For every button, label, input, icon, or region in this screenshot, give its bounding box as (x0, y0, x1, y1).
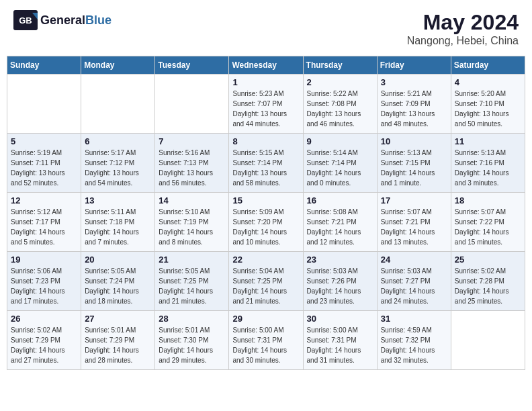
day-number: 25 (455, 255, 521, 265)
calendar-day-6: 6Sunrise: 5:17 AMSunset: 7:12 PMDaylight… (81, 134, 155, 193)
calendar-day-12: 12Sunrise: 5:12 AMSunset: 7:17 PMDayligh… (7, 193, 81, 252)
day-number: 3 (381, 77, 447, 87)
day-number: 26 (11, 314, 77, 324)
weekday-header-sunday: Sunday (7, 56, 81, 75)
day-number: 14 (159, 195, 225, 205)
weekday-header-saturday: Saturday (451, 56, 525, 75)
calendar-day-27: 27Sunrise: 5:01 AMSunset: 7:29 PMDayligh… (81, 311, 155, 370)
page-header: GB GeneralBlue May 2024 Nangong, Hebei, … (7, 7, 525, 50)
day-info: Sunrise: 5:20 AMSunset: 7:10 PMDaylight:… (455, 89, 521, 129)
calendar-day-23: 23Sunrise: 5:03 AMSunset: 7:26 PMDayligh… (303, 252, 377, 311)
day-number: 21 (159, 255, 225, 265)
calendar-week-row-2: 5Sunrise: 5:19 AMSunset: 7:11 PMDaylight… (7, 134, 525, 193)
day-number: 8 (232, 136, 299, 146)
day-number: 7 (159, 136, 225, 146)
day-info: Sunrise: 5:09 AMSunset: 7:20 PMDaylight:… (232, 207, 299, 247)
location-subtitle: Nangong, Hebei, China (407, 35, 519, 47)
day-number: 27 (85, 314, 151, 324)
weekday-header-monday: Monday (81, 56, 155, 75)
day-info: Sunrise: 5:23 AMSunset: 7:07 PMDaylight:… (232, 89, 299, 129)
day-number: 20 (85, 255, 151, 265)
calendar-day-11: 11Sunrise: 5:13 AMSunset: 7:16 PMDayligh… (451, 134, 525, 193)
day-info: Sunrise: 5:02 AMSunset: 7:28 PMDaylight:… (455, 266, 521, 306)
day-info: Sunrise: 5:12 AMSunset: 7:17 PMDaylight:… (11, 207, 77, 247)
day-info: Sunrise: 5:11 AMSunset: 7:18 PMDaylight:… (85, 207, 151, 247)
day-number: 10 (381, 136, 447, 146)
calendar-week-row-4: 19Sunrise: 5:06 AMSunset: 7:23 PMDayligh… (7, 252, 525, 311)
day-number: 29 (232, 314, 299, 324)
day-number: 13 (85, 195, 151, 205)
day-number: 28 (159, 314, 225, 324)
day-info: Sunrise: 5:13 AMSunset: 7:16 PMDaylight:… (455, 148, 521, 188)
calendar-day-14: 14Sunrise: 5:10 AMSunset: 7:19 PMDayligh… (155, 193, 229, 252)
calendar-day-1: 1Sunrise: 5:23 AMSunset: 7:07 PMDaylight… (229, 75, 303, 134)
day-number: 6 (85, 136, 151, 146)
logo-icon: GB (13, 10, 38, 30)
day-number: 19 (11, 255, 77, 265)
calendar-day-28: 28Sunrise: 5:01 AMSunset: 7:30 PMDayligh… (155, 311, 229, 370)
weekday-header-friday: Friday (377, 56, 451, 75)
day-number: 18 (455, 195, 521, 205)
title-block: May 2024 Nangong, Hebei, China (407, 10, 519, 47)
day-info: Sunrise: 5:22 AMSunset: 7:08 PMDaylight:… (307, 89, 373, 129)
day-info: Sunrise: 5:02 AMSunset: 7:29 PMDaylight:… (11, 325, 77, 365)
logo: GB GeneralBlue (13, 10, 112, 30)
day-info: Sunrise: 5:05 AMSunset: 7:24 PMDaylight:… (85, 266, 151, 306)
calendar-day-5: 5Sunrise: 5:19 AMSunset: 7:11 PMDaylight… (7, 134, 81, 193)
day-number: 11 (455, 136, 521, 146)
day-info: Sunrise: 5:00 AMSunset: 7:31 PMDaylight:… (307, 325, 373, 365)
day-number: 4 (455, 77, 521, 87)
weekday-header-tuesday: Tuesday (155, 56, 229, 75)
day-number: 15 (232, 195, 299, 205)
calendar-day-31: 31Sunrise: 4:59 AMSunset: 7:32 PMDayligh… (377, 311, 451, 370)
weekday-header-thursday: Thursday (303, 56, 377, 75)
calendar-day-19: 19Sunrise: 5:06 AMSunset: 7:23 PMDayligh… (7, 252, 81, 311)
day-number: 24 (381, 255, 447, 265)
calendar-day-13: 13Sunrise: 5:11 AMSunset: 7:18 PMDayligh… (81, 193, 155, 252)
calendar-day-7: 7Sunrise: 5:16 AMSunset: 7:13 PMDaylight… (155, 134, 229, 193)
day-number: 30 (307, 314, 373, 324)
calendar-day-21: 21Sunrise: 5:05 AMSunset: 7:25 PMDayligh… (155, 252, 229, 311)
calendar-day-22: 22Sunrise: 5:04 AMSunset: 7:25 PMDayligh… (229, 252, 303, 311)
day-info: Sunrise: 5:07 AMSunset: 7:22 PMDaylight:… (455, 207, 521, 247)
calendar-day-17: 17Sunrise: 5:07 AMSunset: 7:21 PMDayligh… (377, 193, 451, 252)
calendar-day-26: 26Sunrise: 5:02 AMSunset: 7:29 PMDayligh… (7, 311, 81, 370)
calendar-day-16: 16Sunrise: 5:08 AMSunset: 7:21 PMDayligh… (303, 193, 377, 252)
calendar-day-2: 2Sunrise: 5:22 AMSunset: 7:08 PMDaylight… (303, 75, 377, 134)
month-year-title: May 2024 (407, 10, 519, 35)
day-number: 12 (11, 195, 77, 205)
day-info: Sunrise: 5:16 AMSunset: 7:13 PMDaylight:… (159, 148, 225, 188)
day-info: Sunrise: 5:14 AMSunset: 7:14 PMDaylight:… (307, 148, 373, 188)
calendar-day-10: 10Sunrise: 5:13 AMSunset: 7:15 PMDayligh… (377, 134, 451, 193)
calendar-table: SundayMondayTuesdayWednesdayThursdayFrid… (7, 56, 525, 370)
day-number: 9 (307, 136, 373, 146)
calendar-day-24: 24Sunrise: 5:03 AMSunset: 7:27 PMDayligh… (377, 252, 451, 311)
calendar-week-row-3: 12Sunrise: 5:12 AMSunset: 7:17 PMDayligh… (7, 193, 525, 252)
calendar-week-row-5: 26Sunrise: 5:02 AMSunset: 7:29 PMDayligh… (7, 311, 525, 370)
day-info: Sunrise: 5:10 AMSunset: 7:19 PMDaylight:… (159, 207, 225, 247)
day-number: 23 (307, 255, 373, 265)
day-info: Sunrise: 5:17 AMSunset: 7:12 PMDaylight:… (85, 148, 151, 188)
day-number: 1 (232, 77, 299, 87)
logo-text: GeneralBlue (40, 13, 112, 28)
day-info: Sunrise: 5:03 AMSunset: 7:27 PMDaylight:… (381, 266, 447, 306)
calendar-day-29: 29Sunrise: 5:00 AMSunset: 7:31 PMDayligh… (229, 311, 303, 370)
day-number: 2 (307, 77, 373, 87)
weekday-header-wednesday: Wednesday (229, 56, 303, 75)
day-info: Sunrise: 5:01 AMSunset: 7:29 PMDaylight:… (85, 325, 151, 365)
day-number: 22 (232, 255, 299, 265)
day-info: Sunrise: 5:06 AMSunset: 7:23 PMDaylight:… (11, 266, 77, 306)
calendar-week-row-1: 1Sunrise: 5:23 AMSunset: 7:07 PMDaylight… (7, 75, 525, 134)
calendar-day-3: 3Sunrise: 5:21 AMSunset: 7:09 PMDaylight… (377, 75, 451, 134)
calendar-day-20: 20Sunrise: 5:05 AMSunset: 7:24 PMDayligh… (81, 252, 155, 311)
day-info: Sunrise: 5:04 AMSunset: 7:25 PMDaylight:… (232, 266, 299, 306)
day-info: Sunrise: 5:01 AMSunset: 7:30 PMDaylight:… (159, 325, 225, 365)
weekday-header-row: SundayMondayTuesdayWednesdayThursdayFrid… (7, 56, 525, 75)
empty-cell (7, 75, 81, 134)
calendar-day-8: 8Sunrise: 5:15 AMSunset: 7:14 PMDaylight… (229, 134, 303, 193)
day-info: Sunrise: 5:13 AMSunset: 7:15 PMDaylight:… (381, 148, 447, 188)
calendar-day-15: 15Sunrise: 5:09 AMSunset: 7:20 PMDayligh… (229, 193, 303, 252)
day-info: Sunrise: 5:03 AMSunset: 7:26 PMDaylight:… (307, 266, 373, 306)
day-info: Sunrise: 4:59 AMSunset: 7:32 PMDaylight:… (381, 325, 447, 365)
empty-cell (451, 311, 525, 370)
